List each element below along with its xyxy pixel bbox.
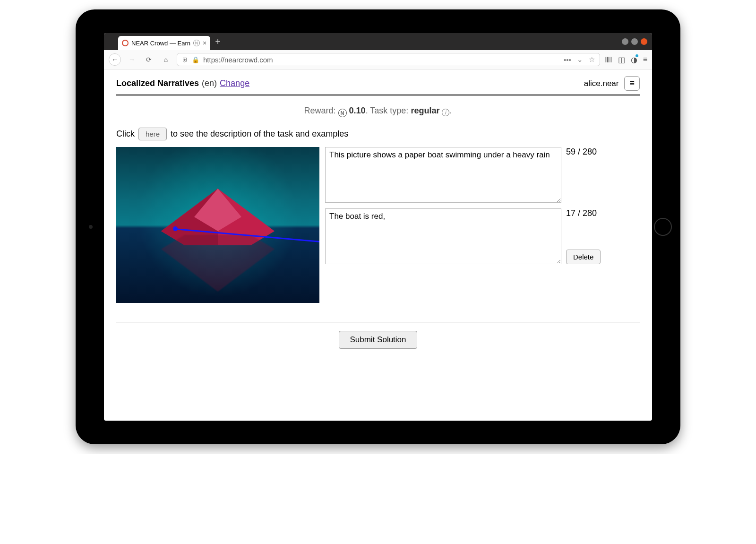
delete-button[interactable]: Delete [566, 250, 601, 264]
input-column: 59 / 280 17 / 280 Delete [325, 147, 640, 264]
work-area: 59 / 280 17 / 280 Delete [116, 147, 640, 303]
username: alice.near [584, 79, 619, 88]
screen: NEAR Crowd — Earn N × + ← → ⟳ ⌂ ⛨ 🔒 http… [104, 33, 652, 421]
char-counter-0: 59 / 280 [566, 147, 597, 157]
lock-icon: 🔒 [192, 56, 199, 63]
menu-icon[interactable]: ≡ [643, 55, 647, 64]
browser-tabbar: NEAR Crowd — Earn N × + [104, 33, 652, 50]
home-button[interactable]: ⌂ [160, 53, 172, 66]
shield-icon: ⛨ [182, 56, 188, 63]
change-link[interactable]: Change [220, 78, 249, 88]
tab-title: NEAR Crowd — Earn [131, 40, 190, 47]
here-button[interactable]: here [138, 128, 167, 140]
info-icon[interactable]: i [442, 109, 449, 116]
library-icon[interactable]: ⅢⅠ [605, 55, 612, 64]
char-counter-1: 17 / 280 [566, 208, 597, 218]
page-content: Localized Narratives (en) Change alice.n… [104, 69, 652, 421]
page-header: Localized Narratives (en) Change alice.n… [116, 76, 640, 95]
boat-reflection [156, 224, 279, 296]
narrative-input-1[interactable] [325, 208, 561, 264]
favicon-icon [122, 40, 129, 46]
window-minimize-icon[interactable] [622, 38, 628, 45]
reward-line: Reward: N 0.10. Task type: regular i. [116, 106, 640, 117]
near-token-icon: N [338, 109, 347, 117]
new-tab-button[interactable]: + [215, 36, 221, 47]
forward-button[interactable]: → [126, 53, 138, 66]
near-badge-icon: N [193, 40, 200, 46]
page-lang: (en) [202, 78, 217, 88]
account-icon[interactable]: ◑ [631, 55, 637, 64]
help-line: Click here to see the description of the… [116, 128, 640, 140]
task-image[interactable] [116, 147, 319, 303]
submit-button[interactable]: Submit Solution [339, 331, 417, 349]
page-menu-button[interactable]: ≡ [624, 76, 640, 91]
browser-tab[interactable]: NEAR Crowd — Earn N × [118, 36, 210, 50]
tab-close-icon[interactable]: × [203, 39, 206, 47]
help-suffix: to see the description of the task and e… [171, 129, 348, 139]
window-controls [622, 38, 652, 45]
svg-marker-3 [161, 235, 275, 292]
page-title: Localized Narratives [116, 78, 199, 88]
task-type-label: Task type: [370, 106, 408, 115]
divider [116, 322, 640, 322]
reload-button[interactable]: ⟳ [143, 53, 155, 66]
meatballs-icon[interactable]: ••• [564, 56, 571, 64]
star-icon[interactable]: ☆ [589, 55, 595, 64]
entry-row-1: 17 / 280 Delete [325, 208, 640, 264]
task-type-value: regular [411, 106, 439, 115]
entry-row-0: 59 / 280 [325, 147, 640, 203]
back-button[interactable]: ← [109, 53, 121, 66]
help-prefix: Click [116, 129, 135, 139]
tablet-frame: NEAR Crowd — Earn N × + ← → ⟳ ⌂ ⛨ 🔒 http… [76, 9, 680, 444]
sidebar-icon[interactable]: ◫ [618, 55, 625, 64]
narrative-input-0[interactable] [325, 147, 561, 203]
window-maximize-icon[interactable] [631, 38, 638, 45]
reward-amount: 0.10 [349, 106, 366, 115]
window-close-icon[interactable] [641, 38, 647, 45]
reward-label: Reward: [304, 106, 336, 115]
pocket-icon[interactable]: ⌄ [577, 55, 583, 64]
url-field[interactable]: ⛨ 🔒 https://nearcrowd.com ••• ⌄ ☆ [177, 53, 600, 66]
browser-addressbar: ← → ⟳ ⌂ ⛨ 🔒 https://nearcrowd.com ••• ⌄ … [104, 50, 652, 69]
url-text: https://nearcrowd.com [203, 56, 273, 64]
